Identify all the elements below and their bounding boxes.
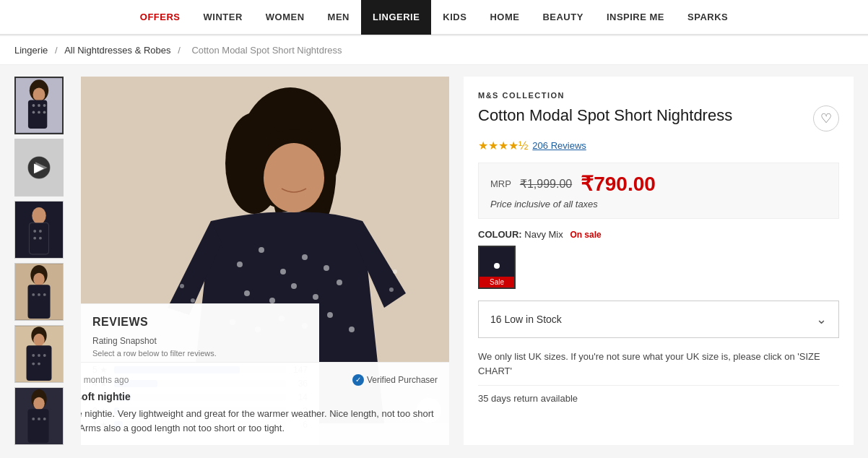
- svg-point-9: [43, 111, 46, 114]
- thumbnail-list: [14, 77, 66, 445]
- mrp-label: MRP: [490, 178, 511, 189]
- sale-price: ₹790.00: [581, 172, 656, 196]
- colour-value: Navy Mix: [524, 229, 563, 240]
- nav-item-sparks[interactable]: SPARKS: [676, 0, 739, 35]
- product-stars: ★★★★½: [478, 139, 528, 152]
- svg-point-18: [33, 237, 36, 240]
- review-title: Comfortable soft nightie: [81, 391, 438, 402]
- svg-point-50: [302, 254, 308, 260]
- colour-options: Sale: [478, 246, 839, 289]
- product-info-panel: M&S COLLECTION Cotton Modal Spot Short N…: [464, 77, 854, 445]
- svg-point-2: [33, 88, 45, 102]
- svg-point-14: [32, 207, 45, 224]
- thumbnail-4[interactable]: [14, 263, 64, 321]
- svg-point-51: [324, 265, 329, 271]
- svg-point-5: [38, 104, 40, 107]
- nav-item-home[interactable]: HOME: [478, 0, 531, 35]
- nav-item-beauty[interactable]: BEAUTY: [531, 0, 594, 35]
- main-image-area: REVIEWS Rating Snapshot Select a row bel…: [81, 77, 449, 445]
- svg-point-41: [38, 418, 40, 420]
- svg-rect-39: [27, 409, 48, 443]
- original-price: ₹1,999.00: [520, 177, 572, 191]
- svg-point-11: [27, 156, 50, 178]
- svg-point-53: [269, 298, 275, 303]
- stock-text: 16 Low in Stock: [490, 314, 562, 325]
- svg-point-8: [38, 111, 40, 114]
- breadcrumb-current: Cotton Modal Spot Short Nightdress: [191, 45, 342, 56]
- breadcrumb-nightdresses[interactable]: All Nightdresses & Robes: [64, 45, 170, 56]
- nav-item-kids[interactable]: KIDS: [431, 0, 478, 35]
- review-date: 11 months ago: [81, 375, 129, 385]
- verified-icon: ✓: [352, 374, 364, 386]
- wishlist-button[interactable]: ♡: [813, 105, 839, 131]
- nav-item-lingerie[interactable]: LINGERIE: [361, 0, 431, 35]
- thumbnail-video[interactable]: [14, 139, 64, 196]
- breadcrumb: Lingerie / All Nightdresses & Robes / Co…: [0, 36, 868, 65]
- breadcrumb-sep-1: /: [55, 45, 60, 56]
- svg-point-64: [191, 298, 195, 303]
- svg-point-61: [327, 312, 333, 318]
- thumbnail-3[interactable]: [14, 201, 64, 259]
- svg-point-55: [313, 294, 318, 300]
- review-text: Soft comfortable nightie. Very lightweig…: [81, 407, 438, 435]
- svg-point-4: [32, 104, 35, 107]
- svg-point-62: [349, 327, 355, 332]
- breadcrumb-sep-2: /: [178, 45, 183, 56]
- svg-point-16: [33, 230, 36, 233]
- dropdown-chevron-icon: ⌄: [816, 311, 827, 327]
- breadcrumb-lingerie[interactable]: Lingerie: [14, 45, 48, 56]
- svg-point-26: [43, 293, 46, 296]
- nav-item-men[interactable]: MEN: [316, 0, 361, 35]
- colour-label-text: COLOUR:: [478, 229, 522, 240]
- svg-point-40: [32, 418, 35, 420]
- return-text: 35 days return available: [478, 385, 839, 404]
- svg-point-56: [337, 280, 342, 285]
- rating-snapshot-label: Rating Snapshot: [92, 336, 308, 346]
- on-sale-badge: On sale: [570, 230, 601, 240]
- svg-point-19: [39, 237, 42, 240]
- nav-item-inspire-me[interactable]: INSPIRE ME: [595, 0, 676, 35]
- svg-marker-12: [35, 162, 48, 173]
- verified-label: Verified Purchaser: [367, 375, 438, 385]
- nav-item-offers[interactable]: OFFERS: [129, 0, 192, 35]
- svg-point-17: [39, 230, 42, 233]
- stock-dropdown[interactable]: 16 Low in Stock ⌄: [478, 301, 839, 338]
- svg-point-54: [291, 283, 297, 289]
- svg-point-6: [43, 104, 46, 107]
- svg-point-22: [33, 273, 45, 285]
- svg-point-7: [32, 111, 35, 114]
- svg-rect-10: [15, 139, 63, 196]
- svg-point-35: [38, 363, 40, 366]
- svg-point-65: [393, 269, 397, 274]
- nav-bar: OFFERS WINTER WOMEN MEN LINGERIE KIDS HO…: [0, 0, 868, 36]
- svg-point-25: [38, 293, 40, 296]
- swatch-dot: [494, 263, 500, 269]
- thumbnail-1[interactable]: [14, 77, 64, 134]
- swatch-sale-label: Sale: [479, 277, 514, 288]
- svg-point-47: [237, 262, 243, 267]
- svg-point-29: [33, 334, 45, 346]
- svg-point-63: [180, 284, 184, 288]
- svg-point-24: [32, 293, 35, 296]
- colour-swatch-navy[interactable]: Sale: [478, 246, 516, 289]
- reviews-title: REVIEWS: [92, 316, 308, 329]
- svg-point-66: [389, 288, 394, 292]
- nav-item-winter[interactable]: WINTER: [192, 0, 254, 35]
- review-count-link[interactable]: 206 Reviews: [532, 140, 586, 151]
- thumbnail-6[interactable]: [14, 387, 64, 445]
- colour-section-label: COLOUR: Navy Mix On sale: [478, 229, 839, 240]
- product-title-row: Cotton Modal Spot Short Nightdress ♡: [478, 105, 839, 131]
- svg-point-34: [32, 363, 35, 366]
- svg-point-48: [259, 247, 264, 253]
- review-header: ★★★★★ 11 months ago ✓ Verified Purchaser: [81, 373, 438, 386]
- nav-item-women[interactable]: WOMEN: [254, 0, 316, 35]
- price-tax-note: Price inclusive of all taxes: [490, 199, 827, 209]
- svg-point-38: [33, 397, 45, 410]
- price-box: MRP ₹1,999.00 ₹790.00 Price inclusive of…: [478, 163, 839, 219]
- product-title: Cotton Modal Spot Short Nightdress: [478, 105, 732, 126]
- price-row: MRP ₹1,999.00 ₹790.00: [490, 172, 827, 196]
- svg-point-31: [32, 354, 35, 357]
- svg-point-52: [244, 290, 250, 296]
- svg-point-42: [43, 418, 46, 420]
- thumbnail-5[interactable]: [14, 325, 64, 383]
